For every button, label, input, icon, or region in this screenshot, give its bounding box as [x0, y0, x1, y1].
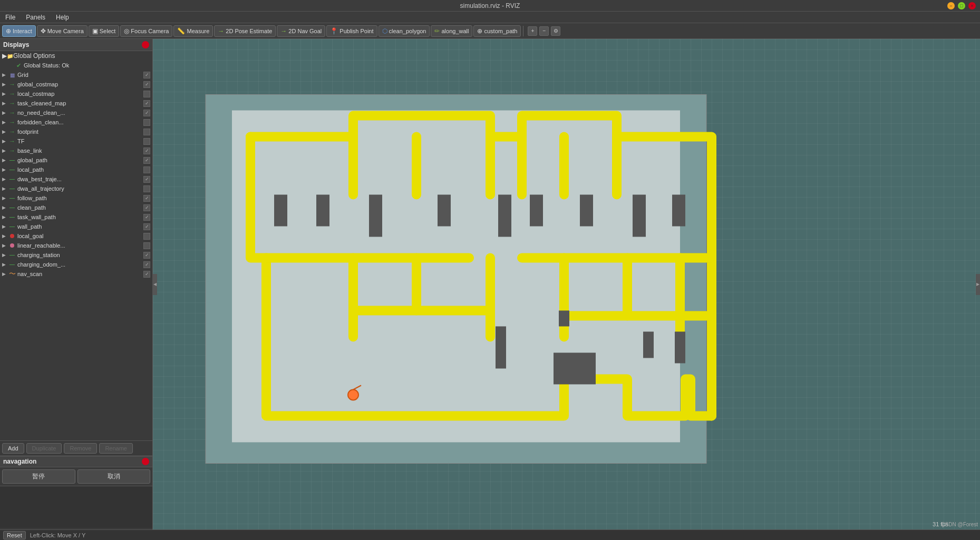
display-buttons: Add Duplicate Remove Rename — [0, 440, 152, 456]
charging-odom-checkbox[interactable]: ✓ — [143, 261, 150, 268]
tool-select[interactable]: ▣ Select — [89, 25, 120, 37]
tool-move-camera[interactable]: ✥ Move Camera — [37, 25, 88, 37]
viewport[interactable]: ◀ — [153, 39, 980, 529]
clean-path-checkbox[interactable]: ✓ — [143, 204, 150, 211]
displays-close-button[interactable] — [142, 41, 149, 48]
display-item-global-costmap[interactable]: ▶ → global_costmap ✓ — [0, 80, 152, 89]
task-cleaned-checkbox[interactable]: ✓ — [143, 100, 150, 107]
charging-odom-label: charging_odom_... — [17, 261, 143, 268]
global-path-checkbox[interactable]: ✓ — [143, 157, 150, 164]
linear-reachable-checkbox[interactable] — [143, 242, 150, 249]
expand-wall-path-icon: ▶ — [2, 224, 8, 229]
display-item-global-status[interactable]: ✔ Global Status: Ok — [0, 61, 152, 70]
display-item-clean-path[interactable]: ▶ ─ clean_path ✓ — [0, 203, 152, 212]
expand-footprint-icon: ▶ — [2, 129, 8, 134]
display-item-nav-scan[interactable]: ▶ 〜 nav_scan ✓ — [0, 269, 152, 279]
tool-clean-polygon[interactable]: ⬡ clean_polygon — [379, 25, 430, 37]
tool-custom-path-label: custom_path — [484, 28, 517, 34]
expand-base-link-icon: ▶ — [2, 148, 8, 153]
display-item-local-path[interactable]: ▶ ─ local_path — [0, 165, 152, 174]
tool-custom-path[interactable]: ⊕ custom_path — [473, 25, 521, 37]
dwa-best-checkbox[interactable]: ✓ — [143, 176, 150, 183]
follow-path-checkbox[interactable]: ✓ — [143, 195, 150, 202]
duplicate-display-button[interactable]: Duplicate — [26, 443, 62, 454]
display-item-dwa-best[interactable]: ▶ ─ dwa_best_traje... ✓ — [0, 174, 152, 184]
footprint-checkbox[interactable] — [143, 129, 150, 135]
menu-panels[interactable]: Panels — [24, 13, 47, 22]
tool-2d-pose[interactable]: → 2D Pose Estimate — [214, 25, 276, 37]
expand-dwa-best-icon: ▶ — [2, 176, 8, 182]
display-item-local-goal[interactable]: ▶ local_goal — [0, 231, 152, 241]
navigation-title: navagation — [3, 458, 36, 465]
maximize-button[interactable]: □ — [958, 2, 965, 9]
tool-focus-camera[interactable]: ◎ Focus Camera — [120, 25, 172, 37]
display-item-forbidden-clean[interactable]: ▶ → forbidden_clean... — [0, 117, 152, 127]
tool-2d-nav[interactable]: → 2D Nav Goal — [277, 25, 325, 37]
nav-scan-checkbox[interactable]: ✓ — [143, 271, 150, 278]
tool-interact-label: Interact — [13, 28, 32, 34]
expand-grid-icon: ▶ — [2, 72, 8, 77]
navigation-textarea[interactable] — [0, 486, 152, 528]
minimize-button[interactable]: − — [947, 2, 955, 9]
display-item-tf[interactable]: ▶ → TF — [0, 136, 152, 146]
charging-station-checkbox[interactable]: ✓ — [143, 252, 150, 259]
tool-interact[interactable]: ⊕ Interact — [2, 25, 36, 37]
display-item-grid[interactable]: ▶ ▦ Grid ✓ — [0, 70, 152, 80]
right-panel-handle[interactable]: ▶ — [976, 274, 980, 295]
add-display-button[interactable]: Add — [2, 443, 24, 454]
display-item-charging-odom[interactable]: ▶ ─ charging_odom_... ✓ — [0, 260, 152, 269]
global-path-label: global_path — [17, 157, 143, 163]
menu-file[interactable]: File — [3, 13, 17, 22]
display-item-global-path[interactable]: ▶ ─ global_path ✓ — [0, 155, 152, 165]
no-need-clean-checkbox[interactable]: ✓ — [143, 110, 150, 116]
base-link-checkbox[interactable]: ✓ — [143, 148, 150, 154]
display-item-no-need-clean[interactable]: ▶ → no_need_clean_... ✓ — [0, 108, 152, 117]
local-costmap-checkbox[interactable] — [143, 91, 150, 97]
display-item-global-options[interactable]: ▶ 📁 Global Options — [0, 51, 152, 61]
rename-display-button[interactable]: Rename — [99, 443, 133, 454]
global-costmap-checkbox[interactable]: ✓ — [143, 81, 150, 88]
toolbar-extras: + − ⚙ — [528, 26, 560, 36]
toolbar-plus[interactable]: + — [528, 26, 537, 36]
left-panel: Displays ▶ 📁 Global Options ✔ Global Sta… — [0, 39, 153, 529]
tool-along-wall[interactable]: ✏ along_wall — [431, 25, 472, 37]
display-item-local-costmap[interactable]: ▶ → local_costmap — [0, 89, 152, 99]
navigation-close-button[interactable] — [142, 458, 149, 465]
display-item-task-wall-path[interactable]: ▶ ─ task_wall_path ✓ — [0, 212, 152, 222]
charging-station-icon: ─ — [8, 251, 16, 259]
cancel-button[interactable]: 取消 — [77, 469, 151, 484]
display-item-wall-path[interactable]: ▶ ─ wall_path ✓ — [0, 222, 152, 231]
display-item-dwa-all[interactable]: ▶ ─ dwa_all_trajectory — [0, 184, 152, 193]
task-wall-path-checkbox[interactable]: ✓ — [143, 214, 150, 221]
remove-display-button[interactable]: Remove — [64, 443, 97, 454]
display-item-linear-reachable[interactable]: ▶ linear_reachable... — [0, 241, 152, 250]
reset-button[interactable]: Reset — [3, 531, 26, 539]
dwa-all-checkbox[interactable] — [143, 185, 150, 192]
task-wall-path-label: task_wall_path — [17, 214, 143, 220]
map-visualization — [153, 39, 980, 529]
menu-help[interactable]: Help — [54, 13, 71, 22]
wall-path-checkbox[interactable]: ✓ — [143, 223, 150, 230]
grid-checkbox[interactable]: ✓ — [143, 72, 150, 78]
display-item-base-link[interactable]: ▶ → base_link ✓ — [0, 146, 152, 155]
close-button[interactable]: × — [968, 2, 976, 9]
display-item-follow-path[interactable]: ▶ ─ follow_path ✓ — [0, 193, 152, 203]
global-status-label: Global Status: Ok — [24, 62, 150, 68]
tf-checkbox[interactable] — [143, 138, 150, 145]
svg-rect-18 — [274, 195, 287, 227]
toolbar-settings[interactable]: ⚙ — [551, 26, 560, 36]
forbidden-clean-checkbox[interactable] — [143, 119, 150, 126]
svg-rect-27 — [554, 353, 596, 385]
display-item-footprint[interactable]: ▶ → footprint — [0, 127, 152, 136]
display-item-task-cleaned-map[interactable]: ▶ → task_cleaned_map ✓ — [0, 99, 152, 108]
wall-path-icon: ─ — [8, 223, 16, 230]
local-path-checkbox[interactable] — [143, 166, 150, 173]
display-item-charging-station[interactable]: ▶ ─ charging_station ✓ — [0, 250, 152, 260]
local-goal-checkbox[interactable] — [143, 233, 150, 240]
local-goal-icon — [8, 232, 16, 240]
toolbar: ⊕ Interact ✥ Move Camera ▣ Select ◎ Focu… — [0, 23, 980, 39]
pause-button[interactable]: 暂停 — [2, 469, 75, 484]
tool-publish-point[interactable]: 📍 Publish Point — [326, 25, 377, 37]
toolbar-minus[interactable]: − — [539, 26, 549, 36]
tool-measure[interactable]: 📏 Measure — [173, 25, 213, 37]
